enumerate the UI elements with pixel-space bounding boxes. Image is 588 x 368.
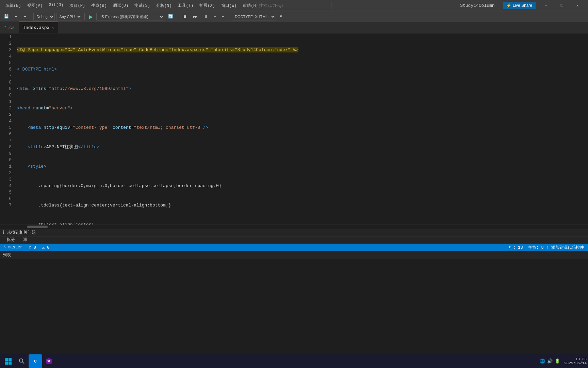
line-num-21: 1 (3, 163, 12, 170)
status-branch[interactable]: ⑂ master (3, 244, 24, 251)
minimize-button[interactable]: ─ (538, 0, 554, 11)
taskbar-sound-icon: 🔊 (547, 358, 553, 364)
line-num-18: 8 (3, 144, 12, 150)
status-errors[interactable]: ✗ 0 (27, 244, 37, 251)
menu-window[interactable]: 窗口(W) (218, 2, 240, 9)
taskbar-edge[interactable]: e (29, 354, 42, 368)
no-problems-text: 未找到相关问题 (7, 230, 36, 235)
code-line-4: <head runat="server"> (17, 105, 588, 111)
line-num-26: 6 (3, 196, 12, 202)
scrollbar-thumb[interactable] (27, 226, 48, 228)
svg-point-4 (19, 359, 23, 362)
line-num-9: 9 (3, 86, 12, 92)
toolbar-misc5[interactable]: ↪ (219, 13, 227, 20)
line-num-14: 4 (3, 118, 12, 124)
bottom-tab-split[interactable]: 拆分 (3, 236, 19, 244)
debug-config-select[interactable]: Debug (33, 13, 55, 20)
code-editor[interactable]: <%@ Page Language="C#" AutoEventWireup="… (14, 34, 588, 225)
menu-test[interactable]: 测试(S) (132, 2, 153, 9)
live-share-button[interactable]: ⚡ Live Share (503, 2, 536, 9)
line-num-1: 1 (3, 34, 12, 40)
toolbar-sep3 (178, 13, 178, 20)
menu-bar[interactable]: 编辑(E) 视图(V) Git(G) 项目(P) 生成(B) 调试(D) 测试(… (3, 2, 261, 9)
taskbar-search[interactable] (15, 354, 29, 368)
toolbar-misc4[interactable]: ↩ (211, 13, 218, 20)
toolbar: 💾 ↩ ↪ Debug Any CPU ▶ IIS Express (搜狗高速浏… (0, 11, 588, 22)
line-num-2: 2 (3, 40, 12, 47)
menu-tools[interactable]: 工具(T) (175, 2, 196, 9)
line-num-22: 2 (3, 170, 12, 176)
menu-view[interactable]: 视图(V) (24, 2, 46, 9)
live-share-icon: ⚡ (506, 3, 511, 8)
menu-project[interactable]: 项目(P) (67, 2, 88, 9)
tab-aspx-close[interactable]: ✕ (51, 26, 54, 30)
toolbar-refresh[interactable]: 🔄 (166, 13, 176, 20)
status-right: 行: 13 字符: 8 ↑ 添加到源代码控件 (508, 244, 585, 251)
toolbar-save[interactable]: 💾 (1, 13, 11, 20)
menu-analyze[interactable]: 分析(N) (153, 2, 175, 9)
toolbar-misc3[interactable]: ⏸ (201, 13, 210, 20)
live-share-label: Live Share (513, 3, 532, 8)
code-line-5: <meta http-equiv="Content-Type" content=… (17, 124, 588, 131)
status-bar: ⑂ master ✗ 0 ⚠ 0 行: 13 字符: 8 ↑ 添加到源代码控件 (0, 244, 588, 251)
line-col-label: 行: 13 (509, 245, 523, 250)
status-warnings[interactable]: ⚠ 0 (41, 244, 51, 251)
taskbar-time: 13:38 (564, 357, 587, 361)
bottom-tab-source[interactable]: 源 (19, 236, 31, 244)
taskbar-right: 🌐 🔊 🔋 13:38 2025/05/14 (540, 357, 587, 365)
error-icon: ✗ 0 (29, 245, 36, 250)
window-title (257, 2, 331, 9)
taskbar-network-icon: 🌐 (540, 358, 545, 364)
line-num-7: 7 (3, 73, 12, 79)
cpu-config-select[interactable]: Any CPU (56, 13, 82, 20)
warning-icon: ⚠ 0 (42, 245, 50, 250)
line-num-25: 5 (3, 189, 12, 196)
tab-cs-label: *.cs (4, 25, 15, 30)
global-search-input[interactable] (257, 2, 331, 9)
line-num-19: 9 (3, 150, 12, 157)
run-button[interactable]: ▶ (87, 13, 95, 20)
doctype-select[interactable]: DOCTYPE: XHTML 5 (232, 13, 276, 20)
tab-aspx[interactable]: Index.aspx ✕ (19, 21, 58, 33)
toolbar-misc2[interactable]: ▶▶ (191, 13, 200, 20)
line-num-3: 3 (3, 47, 12, 53)
add-source-label: ↑ 添加到源代码控件 (546, 245, 584, 250)
menu-build[interactable]: 生成(B) (88, 2, 110, 9)
code-line-3: <html xmlns="http://www.w3.org/1999/xhtm… (17, 86, 588, 92)
menu-git[interactable]: Git(G) (46, 2, 66, 9)
line-num-15: 5 (3, 124, 12, 131)
code-line-6: <title>ASP.NET柱状图</title> (17, 144, 588, 150)
taskbar: e 🌐 🔊 🔋 13:38 2025/05/14 (0, 354, 588, 368)
taskbar-start[interactable] (1, 354, 15, 368)
taskbar-vs[interactable] (42, 354, 56, 368)
line-num-11: 1 (3, 98, 12, 105)
menu-extend[interactable]: 扩展(X) (197, 2, 218, 9)
status-line-col[interactable]: 行: 13 字符: 8 (508, 244, 545, 251)
horizontal-scrollbar[interactable] (0, 225, 588, 229)
code-line-10: th{text-align:center} (17, 221, 588, 225)
status-add-source[interactable]: ↑ 添加到源代码控件 (545, 244, 585, 251)
taskbar-date: 2025/05/14 (564, 361, 587, 365)
line-num-27: 7 (3, 202, 12, 209)
char-label: 字符: 8 (528, 245, 544, 250)
tab-cs[interactable]: *.cs (0, 21, 19, 33)
git-icon: ⑂ (4, 245, 6, 250)
line-numbers: 1 2 3 4 5 6 7 8 9 0 1 2 3 4 5 6 7 8 9 0 … (0, 34, 14, 225)
iis-select[interactable]: IIS Express (搜狗高速浏览器) (96, 13, 164, 20)
title-bar: 编辑(E) 视图(V) Git(G) 项目(P) 生成(B) 调试(D) 测试(… (0, 0, 588, 11)
line-num-10: 0 (3, 92, 12, 98)
no-problems-icon: ℹ (3, 230, 4, 235)
toolbar-redo[interactable]: ↪ (21, 13, 28, 20)
list-label-bar: 列表 (0, 251, 588, 259)
menu-edit[interactable]: 编辑(E) (3, 2, 24, 9)
window-controls[interactable]: ─ □ ✕ (538, 0, 585, 11)
toolbar-undo[interactable]: ↩ (13, 13, 20, 20)
code-line-1: <%@ Page Language="C#" AutoEventWireup="… (17, 47, 588, 53)
toolbar-doctype-drop[interactable]: ▼ (277, 13, 284, 20)
close-button[interactable]: ✕ (570, 0, 585, 11)
toolbar-sep2 (84, 13, 85, 20)
toolbar-misc1[interactable]: ⏹ (181, 13, 189, 20)
menu-debug[interactable]: 调试(D) (110, 2, 131, 9)
maximize-button[interactable]: □ (554, 0, 570, 11)
line-num-8: 8 (3, 79, 12, 86)
